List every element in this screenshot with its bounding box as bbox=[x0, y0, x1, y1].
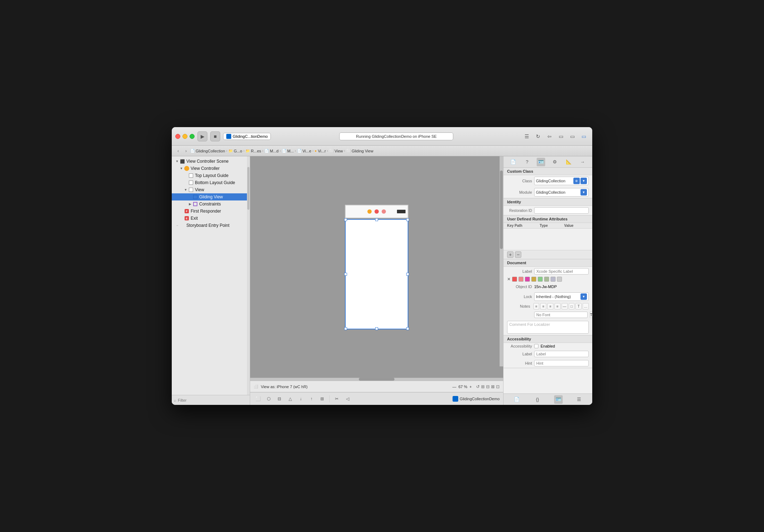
breadcrumb-item-5[interactable]: 📄 Vi...e bbox=[297, 149, 311, 153]
canvas-hscrollbar[interactable] bbox=[250, 378, 503, 381]
editor-mode-icon[interactable]: ☰ bbox=[522, 131, 532, 141]
breadcrumb-forward[interactable]: › bbox=[182, 147, 190, 155]
resize-handle-ml[interactable] bbox=[344, 273, 347, 276]
breadcrumb-item-8[interactable]: ⬜ Gliding View bbox=[346, 149, 373, 153]
lock-select[interactable]: Inherited - (Nothing) ▼ bbox=[534, 292, 589, 301]
notes-t[interactable]: T bbox=[575, 303, 582, 309]
breadcrumb-item-2[interactable]: 📁 R...es bbox=[246, 149, 261, 153]
breadcrumb-back[interactable]: ‹ bbox=[175, 147, 182, 155]
activity-icon[interactable]: ↻ bbox=[533, 131, 543, 141]
accessibility-checkbox[interactable] bbox=[534, 344, 538, 348]
swatch-red[interactable] bbox=[512, 277, 517, 282]
swatch-gray[interactable] bbox=[557, 277, 562, 282]
toolbar-btn-up[interactable]: ↑ bbox=[307, 395, 316, 403]
notes-align-right[interactable]: ≡ bbox=[547, 303, 553, 309]
panel-toggle-icon[interactable]: ▭ bbox=[556, 131, 566, 141]
swatch-purple[interactable] bbox=[525, 277, 530, 282]
toolbar-btn-send[interactable]: ◁ bbox=[343, 395, 352, 403]
fullscreen-button[interactable] bbox=[190, 134, 195, 139]
lock-dropdown-chevron[interactable]: ▼ bbox=[580, 293, 587, 300]
bottom-tab-braces[interactable]: {} bbox=[533, 395, 542, 404]
tree-item-constraints[interactable]: ▶ Constraints bbox=[172, 200, 250, 208]
restoration-id-input[interactable] bbox=[534, 207, 589, 214]
tree-item-bottom-layout[interactable]: ▶ Bottom Layout Guide bbox=[172, 179, 250, 186]
tree-item-gliding-view[interactable]: ▶ Gliding View bbox=[172, 193, 250, 200]
distribute-icon[interactable]: ⊠ bbox=[491, 384, 495, 389]
notes-box[interactable]: □ bbox=[569, 303, 575, 309]
back-icon[interactable]: ⇦ bbox=[544, 131, 554, 141]
tree-item-first-responder[interactable]: ▶ F First Responder bbox=[172, 208, 250, 215]
toolbar-btn-down[interactable]: ↓ bbox=[296, 395, 305, 403]
toolbar-btn-undo[interactable]: ⬜ bbox=[254, 395, 262, 403]
inspector-tab-file[interactable]: 📄 bbox=[509, 158, 517, 166]
resize-handle-tl[interactable] bbox=[344, 218, 347, 221]
zoom-minus[interactable]: — bbox=[452, 385, 456, 389]
minimize-button[interactable] bbox=[182, 134, 187, 139]
canvas-main[interactable]: —→ bbox=[250, 156, 503, 378]
udra-remove-button[interactable]: − bbox=[515, 251, 521, 258]
tree-item-storyboard-entry[interactable]: → Storyboard Entry Point bbox=[172, 222, 250, 229]
breadcrumb-item-4[interactable]: 📄 M... bbox=[282, 149, 294, 153]
phone-frame[interactable] bbox=[345, 219, 408, 329]
inspector-tab-identity[interactable]: 🪪 bbox=[537, 158, 545, 166]
close-button[interactable] bbox=[175, 134, 180, 139]
run-button[interactable]: ▶ bbox=[197, 131, 207, 141]
acc-hint-input[interactable] bbox=[534, 360, 589, 366]
inspector-tab-attributes[interactable]: ⚙ bbox=[551, 158, 559, 166]
tree-item-exit[interactable]: ▶ E Exit bbox=[172, 215, 250, 222]
tree-item-view[interactable]: ▼ View bbox=[172, 186, 250, 193]
scheme-selector[interactable]: GlidingC...tionDemo bbox=[223, 133, 271, 140]
resize-handle-tc[interactable] bbox=[375, 218, 378, 221]
swatch-blue[interactable] bbox=[551, 277, 556, 282]
stop-button[interactable]: ■ bbox=[210, 131, 220, 141]
notes-align-left[interactable]: ≡ bbox=[533, 303, 540, 309]
refresh-icon[interactable]: ↺ bbox=[476, 384, 480, 389]
acc-label-input[interactable] bbox=[534, 351, 589, 357]
filter-input[interactable] bbox=[178, 398, 248, 402]
toolbar-btn-split[interactable]: ⊞ bbox=[318, 395, 326, 403]
left-panel-scrollbar[interactable] bbox=[247, 156, 250, 395]
class-select[interactable]: GlidingCollection ⊕ ▼ bbox=[534, 177, 589, 185]
panel-toggle-icon2[interactable]: ▭ bbox=[567, 131, 577, 141]
breadcrumb-item-3[interactable]: 📄 M...d bbox=[264, 149, 278, 153]
inspector-tab-help[interactable]: ? bbox=[523, 158, 531, 166]
comment-area[interactable]: Comment For Localizer bbox=[507, 321, 589, 334]
notes-align-justify[interactable]: ≡ bbox=[554, 303, 561, 309]
bottom-tab-file[interactable]: 📄 bbox=[512, 395, 521, 404]
breadcrumb-item-6[interactable]: ● Vi...r bbox=[315, 149, 326, 153]
swatch-x-btn[interactable]: ✕ bbox=[507, 277, 511, 282]
module-select[interactable]: GlidingCollection ▼ bbox=[534, 188, 589, 197]
zoom-plus[interactable]: + bbox=[470, 385, 472, 389]
swatch-lightgreen[interactable] bbox=[544, 277, 549, 282]
font-type-icon[interactable]: T bbox=[590, 312, 592, 318]
tree-item-top-layout[interactable]: ▶ Top Layout Guide bbox=[172, 172, 250, 179]
pin-icon[interactable]: ⊡ bbox=[496, 384, 500, 389]
resize-handle-tr[interactable] bbox=[406, 218, 409, 221]
toolbar-btn-lines[interactable]: ⊟ bbox=[275, 395, 284, 403]
grid-icon[interactable]: ⊞ bbox=[481, 384, 485, 389]
inspector-tab-size[interactable]: 📐 bbox=[564, 158, 573, 166]
inspector-tab-connections[interactable]: → bbox=[578, 158, 587, 166]
breadcrumb-item-7[interactable]: ⬜ View bbox=[329, 149, 343, 153]
breadcrumb-item-0[interactable]: 📄 GlidingCollection bbox=[190, 149, 225, 153]
resize-handle-bl[interactable] bbox=[344, 327, 347, 330]
resize-handle-br[interactable] bbox=[406, 327, 409, 330]
swatch-green[interactable] bbox=[538, 277, 543, 282]
swatch-orange[interactable] bbox=[518, 277, 523, 282]
notes-dash[interactable]: — bbox=[562, 303, 568, 309]
resize-handle-mr[interactable] bbox=[406, 273, 409, 276]
bottom-tab-list[interactable]: ☰ bbox=[575, 395, 583, 404]
tree-item-scene[interactable]: ▼ ⬛ View Controller Scene bbox=[172, 158, 250, 165]
udra-add-button[interactable]: + bbox=[507, 251, 513, 258]
tree-item-vc[interactable]: ▼ View Controller bbox=[172, 165, 250, 172]
font-input[interactable] bbox=[534, 312, 588, 318]
canvas-scrollbar[interactable] bbox=[500, 156, 503, 366]
class-dropdown-chevron[interactable]: ▼ bbox=[580, 178, 587, 184]
breadcrumb-item-1[interactable]: 📁 G...o bbox=[228, 149, 242, 153]
toolbar-btn-triangle[interactable]: △ bbox=[286, 395, 294, 403]
toolbar-btn-shape[interactable]: ⬡ bbox=[264, 395, 273, 403]
class-dropdown-icon[interactable]: ⊕ bbox=[573, 178, 580, 184]
panel-toggle-icon3[interactable]: ▭ bbox=[579, 131, 589, 141]
bottom-tab-id[interactable]: 🪪 bbox=[554, 395, 563, 404]
align-icon[interactable]: ⊟ bbox=[486, 384, 490, 389]
